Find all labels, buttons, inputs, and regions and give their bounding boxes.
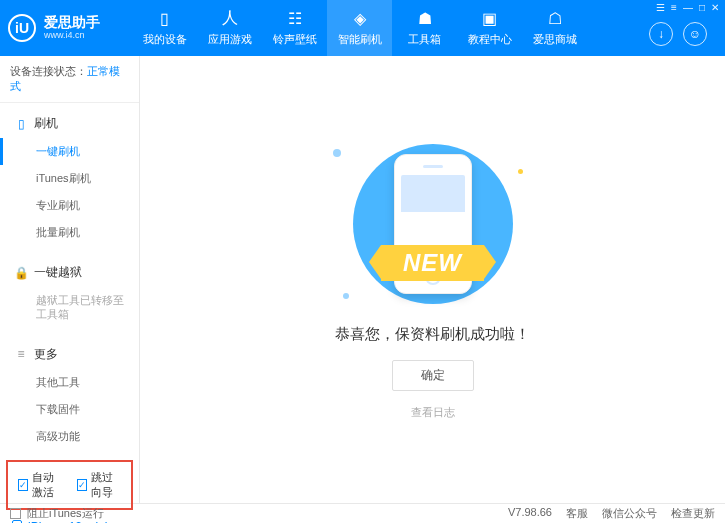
connection-status: 设备连接状态：正常模式 <box>0 56 139 103</box>
close-icon[interactable]: ✕ <box>711 2 719 13</box>
group-more[interactable]: ≡ 更多 <box>0 340 139 369</box>
app-header: iU 爱思助手 www.i4.cn ▯我的设备 人应用游戏 ☷铃声壁纸 ◈智能刷… <box>0 0 725 56</box>
logo-area: iU 爱思助手 www.i4.cn <box>8 14 132 42</box>
settings-icon[interactable]: ☰ <box>656 2 665 13</box>
window-controls: ☰ ≡ — □ ✕ <box>656 2 719 13</box>
tutorial-icon: ▣ <box>481 10 499 28</box>
group-flash[interactable]: ▯ 刷机 <box>0 109 139 138</box>
sidebar-item-advanced[interactable]: 高级功能 <box>0 423 139 450</box>
flash-group-icon: ▯ <box>14 117 28 131</box>
group-label: 一键越狱 <box>34 264 82 281</box>
confirm-button[interactable]: 确定 <box>392 360 474 391</box>
flash-icon: ◈ <box>351 10 369 28</box>
maximize-icon[interactable]: □ <box>699 2 705 13</box>
checkbox-label: 跳过向导 <box>91 470 122 500</box>
wechat-link[interactable]: 微信公众号 <box>602 506 657 521</box>
group-jailbreak[interactable]: 🔒 一键越狱 <box>0 258 139 287</box>
sidebar-item-moved: 越狱工具已转移至工具箱 <box>0 287 139 328</box>
tab-flash[interactable]: ◈智能刷机 <box>327 0 392 56</box>
tab-label: 智能刷机 <box>338 32 382 47</box>
sidebar-item-pro[interactable]: 专业刷机 <box>0 192 139 219</box>
version-label: V7.98.66 <box>508 506 552 521</box>
toolbox-icon: ☗ <box>416 10 434 28</box>
group-label: 刷机 <box>34 115 58 132</box>
header-right: ↓ ☺ <box>649 22 717 46</box>
update-link[interactable]: 检查更新 <box>671 506 715 521</box>
tab-toolbox[interactable]: ☗工具箱 <box>392 0 457 56</box>
user-icon[interactable]: ☺ <box>683 22 707 46</box>
options-row: ✓自动激活 ✓跳过向导 <box>6 460 133 510</box>
tab-apps[interactable]: 人应用游戏 <box>197 0 262 56</box>
success-illustration: NEW <box>303 139 563 309</box>
tab-label: 教程中心 <box>468 32 512 47</box>
sidebar: 设备连接状态：正常模式 ▯ 刷机 一键刷机 iTunes刷机 专业刷机 批量刷机… <box>0 56 140 503</box>
new-banner: NEW <box>381 245 484 281</box>
app-url: www.i4.cn <box>44 31 100 41</box>
download-icon[interactable]: ↓ <box>649 22 673 46</box>
check-icon: ✓ <box>77 479 87 491</box>
app-title: 爱思助手 <box>44 15 100 30</box>
more-icon: ≡ <box>14 347 28 361</box>
tab-tutorial[interactable]: ▣教程中心 <box>457 0 522 56</box>
conn-label: 设备连接状态： <box>10 65 87 77</box>
tab-label: 工具箱 <box>408 32 441 47</box>
group-label: 更多 <box>34 346 58 363</box>
tab-label: 应用游戏 <box>208 32 252 47</box>
minimize-icon[interactable]: — <box>683 2 693 13</box>
tab-label: 爱思商城 <box>533 32 577 47</box>
tab-media[interactable]: ☷铃声壁纸 <box>262 0 327 56</box>
logo-icon: iU <box>8 14 36 42</box>
menu-icon[interactable]: ≡ <box>671 2 677 13</box>
skip-guide-checkbox[interactable]: ✓跳过向导 <box>77 470 122 500</box>
sidebar-item-other[interactable]: 其他工具 <box>0 369 139 396</box>
statusbar: 阻止iTunes运行 V7.98.66 客服 微信公众号 检查更新 <box>0 503 725 523</box>
sidebar-item-itunes[interactable]: iTunes刷机 <box>0 165 139 192</box>
sidebar-item-batch[interactable]: 批量刷机 <box>0 219 139 246</box>
main-content: NEW 恭喜您，保资料刷机成功啦！ 确定 查看日志 <box>140 56 725 503</box>
block-itunes-label: 阻止iTunes运行 <box>27 506 104 521</box>
apps-icon: 人 <box>221 10 239 28</box>
auto-activate-checkbox[interactable]: ✓自动激活 <box>18 470 63 500</box>
store-icon: ☖ <box>546 10 564 28</box>
check-icon: ✓ <box>18 479 28 491</box>
phone-icon: ▯ <box>156 10 174 28</box>
tab-label: 铃声壁纸 <box>273 32 317 47</box>
success-message: 恭喜您，保资料刷机成功啦！ <box>335 325 530 344</box>
tab-store[interactable]: ☖爱思商城 <box>522 0 587 56</box>
media-icon: ☷ <box>286 10 304 28</box>
tab-label: 我的设备 <box>143 32 187 47</box>
support-link[interactable]: 客服 <box>566 506 588 521</box>
lock-icon: 🔒 <box>14 266 28 280</box>
nav-tabs: ▯我的设备 人应用游戏 ☷铃声壁纸 ◈智能刷机 ☗工具箱 ▣教程中心 ☖爱思商城 <box>132 0 649 56</box>
tab-my-device[interactable]: ▯我的设备 <box>132 0 197 56</box>
checkbox-label: 自动激活 <box>32 470 63 500</box>
sidebar-item-oneclick[interactable]: 一键刷机 <box>0 138 139 165</box>
view-log-link[interactable]: 查看日志 <box>411 405 455 420</box>
block-itunes-checkbox[interactable] <box>10 508 21 519</box>
sidebar-item-download-fw[interactable]: 下载固件 <box>0 396 139 423</box>
